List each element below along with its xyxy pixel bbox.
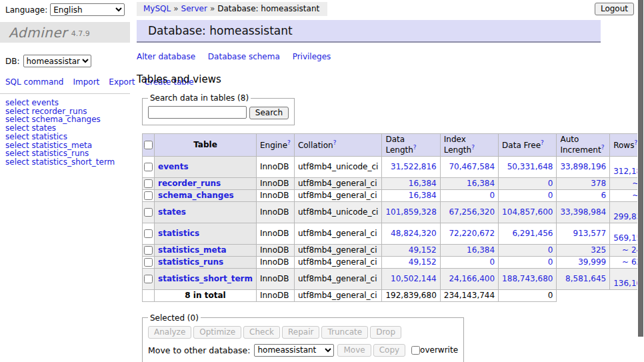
data-free-link[interactable]: 0 [548,257,553,267]
data-free-link[interactable]: 6,291,456 [512,229,553,238]
column-header-engine: Engine? [256,133,294,156]
auto-increment-link[interactable]: 39,999 [578,257,606,267]
table-link-statistics-meta[interactable]: statistics_meta [158,245,227,255]
help-icon[interactable]: ? [471,144,475,151]
index-length-link[interactable]: 16,384 [467,179,495,188]
row-checkbox[interactable] [144,179,153,188]
table-link-events[interactable]: events [158,162,189,171]
row-checkbox[interactable] [144,229,153,238]
data-length-link[interactable]: 31,522,816 [391,162,437,171]
data-free-link[interactable]: 0 [548,179,553,188]
column-header-auto-increment: Auto Increment? [557,133,610,156]
sidebar-link-import[interactable]: Import [73,77,99,87]
column-header-data-length: Data Length? [382,133,440,156]
table-link-schema-changes[interactable]: schema_changes [158,191,234,200]
help-icon[interactable]: ? [413,144,417,151]
sidebar-item-select-statistics-short-term[interactable]: select statistics_short_term [5,158,130,167]
index-length-link[interactable]: 67,256,320 [449,207,495,217]
auto-increment-link[interactable]: 6 [601,191,607,200]
data-length-link[interactable]: 10,502,144 [391,274,437,283]
index-length-link[interactable]: 16,384 [467,245,495,255]
check-button[interactable]: Check [243,326,280,339]
data-length-link[interactable]: 101,859,328 [385,207,436,217]
vertical-scrollbar[interactable] [637,0,644,362]
table-row: states InnoDB utf8mb4_unicode_ci 101,859… [143,201,644,223]
row-checkbox[interactable] [144,191,153,200]
copy-button[interactable]: Copy [373,344,405,357]
auto-increment-link[interactable]: 913,577 [573,229,607,238]
page-title-bar: Database: homeassistant [137,20,601,43]
privileges-link[interactable]: Privileges [293,52,331,61]
index-length-link[interactable]: 24,166,400 [449,274,495,283]
breadcrumb-server-link[interactable]: Server [181,4,207,13]
database-schema-link[interactable]: Database schema [208,52,280,61]
table-link-states[interactable]: states [158,207,186,217]
row-checkbox[interactable] [144,258,153,267]
table-row: statistics_short_term InnoDB utf8mb4_gen… [143,268,644,289]
sidebar-item-select-statistics[interactable]: select statistics [5,133,130,141]
data-free-link[interactable]: 0 [548,245,553,255]
breadcrumb-separator: » [210,4,215,13]
drop-button[interactable]: Drop [370,326,401,339]
data-free-link[interactable]: 0 [548,191,553,200]
cell-engine: InnoDB [256,177,294,189]
logout-button[interactable]: Logout [595,3,634,15]
data-length-link[interactable]: 48,824,320 [391,229,437,238]
auto-increment-link[interactable]: 33,398,984 [560,207,606,217]
move-button[interactable]: Move [337,344,371,357]
index-length-link[interactable]: 0 [489,191,495,200]
index-length-link[interactable]: 72,220,672 [449,229,495,238]
data-length-link[interactable]: 49,152 [409,245,437,255]
help-icon[interactable]: ? [287,139,291,146]
cell-engine: InnoDB [256,256,294,268]
sidebar-item-select-states[interactable]: select states [5,124,130,133]
index-length-link[interactable]: 0 [489,257,495,267]
data-length-link[interactable]: 16,384 [409,179,437,188]
optimize-button[interactable]: Optimize [193,326,241,339]
check-all-checkbox[interactable] [144,141,153,149]
table-link-recorder-runs[interactable]: recorder_runs [158,179,221,188]
cell-collation: utf8mb4_general_ci [294,177,382,189]
move-database-select[interactable]: homeassistant [254,344,334,357]
row-checkbox[interactable] [144,275,153,283]
table-row: recorder_runs InnoDB utf8mb4_general_ci … [143,177,644,189]
breadcrumb-mysql-link[interactable]: MySQL [143,4,171,13]
data-length-link[interactable]: 49,152 [409,257,437,267]
search-input[interactable] [148,106,247,119]
overwrite-checkbox[interactable] [411,346,420,355]
alter-database-link[interactable]: Alter database [137,52,195,61]
auto-increment-link[interactable]: 33,898,196 [560,162,606,171]
table-link-statistics[interactable]: statistics [158,229,199,238]
table-row: events InnoDB utf8mb4_unicode_ci 31,522,… [143,156,644,177]
sidebar-item-select-events[interactable]: select events [5,99,130,107]
auto-increment-link[interactable]: 378 [591,179,606,188]
row-checkbox[interactable] [144,163,153,171]
table-row: schema_changes InnoDB utf8mb4_general_ci… [143,189,644,201]
auto-increment-link[interactable]: 8,581,645 [565,274,606,283]
db-select[interactable]: homeassistant [23,55,91,67]
cell-engine: InnoDB [256,244,294,256]
index-length-link[interactable]: 70,467,584 [449,162,495,171]
search-button[interactable]: Search [249,107,289,119]
sidebar-link-export[interactable]: Export [109,77,135,87]
help-icon[interactable]: ? [601,144,605,151]
analyze-button[interactable]: Analyze [148,326,191,339]
auto-increment-link[interactable]: 325 [591,245,606,255]
row-checkbox[interactable] [144,246,153,255]
adminer-version: 4.7.9 [71,29,90,38]
column-header-collation: Collation? [294,133,382,156]
data-length-link[interactable]: 16,384 [409,191,437,200]
repair-button[interactable]: Repair [282,326,319,339]
table-link-statistics-short-term[interactable]: statistics_short_term [158,274,253,283]
sidebar-link-sql-command[interactable]: SQL command [5,77,63,87]
data-free-link[interactable]: 50,331,648 [507,162,553,171]
cell-collation: utf8mb4_general_ci [294,244,382,256]
table-link-statistics-runs[interactable]: statistics_runs [158,257,223,267]
scrollbar-thumb[interactable] [638,0,643,337]
row-checkbox[interactable] [144,208,153,217]
data-free-link[interactable]: 188,743,680 [502,274,553,283]
help-icon[interactable]: ? [541,139,544,146]
truncate-button[interactable]: Truncate [321,326,368,339]
data-free-link[interactable]: 104,857,600 [502,207,553,217]
help-icon[interactable]: ? [333,139,337,146]
